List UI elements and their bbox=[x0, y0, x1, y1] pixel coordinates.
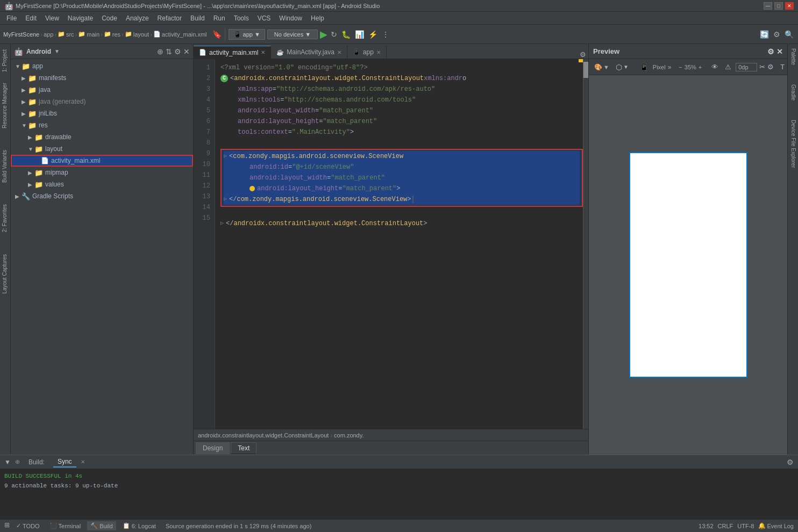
menu-vcs[interactable]: VCS bbox=[253, 13, 275, 23]
breadcrumb-app[interactable]: app bbox=[44, 31, 53, 38]
eye-button[interactable]: 👁 bbox=[709, 62, 721, 72]
app-module-selector[interactable]: 📱 app ▼ bbox=[229, 29, 265, 40]
menu-run[interactable]: Run bbox=[209, 13, 230, 23]
menu-analyze[interactable]: Analyze bbox=[122, 13, 153, 23]
preview-design-button[interactable]: 🎨 ▼ bbox=[592, 62, 611, 72]
build-settings-icon[interactable]: ⚙ bbox=[787, 458, 794, 466]
debug-button[interactable]: 🐛 bbox=[340, 29, 352, 40]
tree-item-values[interactable]: ▶ 📁 values bbox=[11, 178, 193, 190]
menu-refactor[interactable]: Refactor bbox=[153, 13, 186, 23]
resource-manager-tab[interactable]: Resource Manager bbox=[0, 77, 10, 134]
profile-button[interactable]: 📊 bbox=[354, 29, 365, 40]
settings-button[interactable]: ⚙ bbox=[772, 29, 781, 40]
build-variants-tab[interactable]: Build Variants bbox=[0, 145, 10, 188]
menu-window[interactable]: Window bbox=[275, 13, 307, 23]
tree-item-mipmap[interactable]: ▶ 📁 mipmap bbox=[11, 167, 193, 178]
tree-item-layout[interactable]: ▼ 📁 layout bbox=[11, 143, 193, 155]
breadcrumb-src[interactable]: src bbox=[66, 31, 74, 38]
attribute-tool-icon[interactable]: ⚙ bbox=[767, 63, 774, 71]
tree-item-java-generated[interactable]: ▶ 📁 java (generated) bbox=[11, 96, 193, 107]
device-selector[interactable]: No devices ▼ bbox=[267, 30, 318, 39]
preview-settings-icon[interactable]: ⚙ bbox=[767, 47, 774, 56]
favorites-tab[interactable]: 2: Favorites bbox=[0, 199, 10, 238]
tab-activity-main[interactable]: 📄 activity_main.xml ✕ bbox=[194, 46, 271, 59]
breadcrumb-layout[interactable]: layout bbox=[133, 31, 149, 38]
todo-tab[interactable]: ✓ TODO bbox=[13, 521, 43, 530]
run-button[interactable]: ▶ bbox=[320, 28, 327, 40]
tree-label-gradle: Gradle Scripts bbox=[32, 192, 73, 200]
menu-help[interactable]: Help bbox=[307, 13, 329, 23]
line-ending-label[interactable]: CRLF bbox=[718, 523, 733, 529]
panel-close-button[interactable]: ✕ bbox=[183, 47, 190, 56]
zoom-out-button[interactable]: − bbox=[678, 64, 683, 70]
refresh-button[interactable]: ↻ bbox=[330, 29, 338, 40]
charset-label[interactable]: UTF-8 bbox=[737, 523, 754, 529]
panel-settings-button[interactable]: ⚙ bbox=[174, 47, 181, 56]
palette-tab[interactable]: Palette bbox=[788, 44, 798, 69]
menu-build[interactable]: Build bbox=[186, 13, 209, 23]
tree-item-res[interactable]: ▼ 📁 res bbox=[11, 119, 193, 131]
sync-header-tab[interactable]: Sync bbox=[53, 457, 76, 468]
tree-item-java[interactable]: ▶ 📁 java bbox=[11, 84, 193, 96]
device-forward-icon[interactable]: » bbox=[668, 63, 672, 71]
attach-button[interactable]: ⚡ bbox=[367, 29, 379, 40]
android-dropdown-icon[interactable]: ▼ bbox=[54, 48, 60, 54]
error-button[interactable]: ⚠ bbox=[723, 62, 733, 72]
device-file-explorer-tab[interactable]: Device File Explorer bbox=[788, 116, 798, 172]
build-bottom-tab[interactable]: 🔨 Build bbox=[87, 521, 116, 530]
tree-item-drawable[interactable]: ▶ 📁 drawable bbox=[11, 131, 193, 143]
layout-captures-tab[interactable]: Layout Captures bbox=[0, 249, 10, 299]
tab-close-activity-main[interactable]: ✕ bbox=[261, 49, 265, 55]
zoom-in-button[interactable]: + bbox=[697, 64, 703, 70]
tab-app[interactable]: 📱 app ✕ bbox=[347, 46, 387, 59]
minimize-button[interactable]: — bbox=[764, 2, 772, 10]
tree-item-manifests[interactable]: ▶ 📁 manifests bbox=[11, 72, 193, 84]
panel-sync-button[interactable]: ⇅ bbox=[166, 47, 172, 56]
breadcrumb-file[interactable]: activity_main.xml bbox=[162, 31, 207, 38]
tree-item-app[interactable]: ▼ 📁 app bbox=[11, 60, 193, 72]
tab-close-mainactivity[interactable]: ✕ bbox=[337, 49, 341, 55]
menu-tools[interactable]: Tools bbox=[230, 13, 253, 23]
tree-item-gradle[interactable]: ▶ 🔧 Gradle Scripts bbox=[11, 190, 193, 202]
editor-tabs: 📄 activity_main.xml ✕ ☕ MainActivity.jav… bbox=[194, 44, 588, 59]
menu-file[interactable]: File bbox=[2, 13, 21, 23]
breadcrumb-main[interactable]: main bbox=[87, 31, 99, 38]
menu-navigate[interactable]: Navigate bbox=[63, 13, 97, 23]
more-button[interactable]: ⋮ bbox=[381, 29, 390, 40]
menu-code[interactable]: Code bbox=[97, 13, 122, 23]
close-button[interactable]: ✕ bbox=[785, 2, 794, 10]
tree-item-jnilibs[interactable]: ▶ 📁 jniLibs bbox=[11, 107, 193, 119]
terminal-tab[interactable]: ⬛ Terminal bbox=[46, 521, 84, 530]
logcat-tab[interactable]: 📋 6: Logcat bbox=[119, 521, 159, 530]
event-log-button[interactable]: 🔔 Event Log bbox=[758, 522, 794, 529]
window-controls: — □ ✕ bbox=[764, 2, 794, 10]
device-type-button[interactable]: 📱 bbox=[637, 62, 651, 73]
panel-add-button[interactable]: ⊕ bbox=[157, 47, 163, 56]
editor-settings-icon[interactable]: ⚙ bbox=[580, 51, 586, 59]
maximize-button[interactable]: □ bbox=[774, 2, 783, 10]
toolbar-bookmark-icon[interactable]: 🔖 bbox=[212, 30, 222, 39]
breadcrumb-res[interactable]: res bbox=[112, 31, 120, 38]
sync-tab-close-icon[interactable]: ✕ bbox=[81, 459, 85, 465]
gradle-tab[interactable]: Gradle bbox=[788, 80, 798, 105]
text-tool-icon[interactable]: T bbox=[780, 63, 785, 71]
menu-edit[interactable]: Edit bbox=[21, 13, 41, 23]
constraint-tool-icon[interactable]: ✂ bbox=[759, 63, 765, 71]
sync-button[interactable]: 🔄 bbox=[759, 29, 770, 40]
design-tab[interactable]: Design bbox=[196, 442, 230, 454]
text-tab[interactable]: Text bbox=[231, 442, 256, 454]
search-everywhere-button[interactable]: 🔍 bbox=[783, 29, 795, 40]
preview-close-icon[interactable]: ✕ bbox=[776, 47, 783, 56]
tab-mainactivity[interactable]: ☕ MainActivity.java ✕ bbox=[271, 46, 347, 59]
preview-blueprint-button[interactable]: ⬡ ▼ bbox=[614, 62, 631, 73]
navigate-left-icon[interactable]: ⊞ bbox=[4, 521, 10, 530]
preview-canvas bbox=[589, 75, 787, 455]
tab-close-app[interactable]: ✕ bbox=[376, 49, 381, 55]
project-tab[interactable]: 1: Project bbox=[0, 44, 10, 77]
tree-item-activity-main[interactable]: 📄 activity_main.xml bbox=[11, 155, 193, 167]
breadcrumb-project[interactable]: MyFirstScene bbox=[3, 31, 39, 38]
dp-input[interactable]: 0dp bbox=[736, 63, 757, 71]
build-header-tab[interactable]: Build: bbox=[24, 457, 49, 467]
menu-view[interactable]: View bbox=[41, 13, 63, 23]
code-editor[interactable]: <?xml version="1.0" encoding="utf-8"?> C… bbox=[215, 59, 588, 429]
